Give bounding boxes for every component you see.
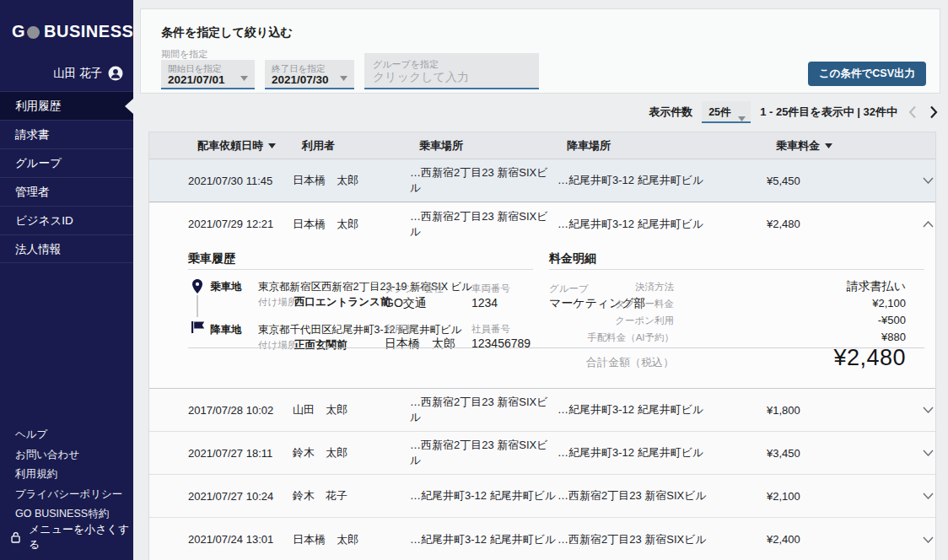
- cell-fare: ¥2,400: [767, 533, 923, 546]
- dropoff-spot-label: 付け場所: [258, 339, 297, 352]
- open-lock-icon: [10, 531, 22, 544]
- cell-pickup: …西新宿2丁目23 新宿SIXビル: [410, 438, 557, 468]
- row-expand-chevron[interactable]: [923, 177, 947, 184]
- cell-dropoff: …紀尾井町3-12 紀尾井町ビル: [557, 445, 767, 460]
- ride-history-table: 配車依頼日時 利用者 乗車場所 降車場所 乗車料金 2021/07/30 11:…: [148, 132, 936, 560]
- taxi-company-label: タクシー会社: [385, 283, 444, 295]
- prev-page-button[interactable]: [907, 104, 918, 121]
- user-account[interactable]: 山田 花子: [53, 66, 123, 81]
- taxi-fare-value: ¥2,100: [813, 297, 906, 310]
- collapse-menu-button[interactable]: メニューを小さくする: [10, 522, 133, 552]
- sidebar-footer-links: ヘルプ お問い合わせ 利用規約 プライバシーポリシー GO BUSINESS特約: [15, 425, 122, 525]
- row-expand-chevron[interactable]: [923, 493, 947, 499]
- row-expand-chevron[interactable]: [923, 450, 947, 456]
- sort-desc-icon: [825, 143, 832, 148]
- row-collapse-chevron[interactable]: [923, 221, 947, 228]
- user-name: 山田 花子: [53, 66, 102, 81]
- header-label: 乗車料金: [776, 138, 820, 153]
- sidebar-item-houjin-jouhou[interactable]: 法人情報: [0, 234, 133, 263]
- cell-pickup: …紀尾井町3-12 紀尾井町ビル: [410, 488, 557, 503]
- vehicle-number-label: 車両番号: [471, 283, 510, 295]
- ride-detail-panel: 乗車履歴 乗車地 東京都新宿区西新宿2丁目23-19 新宿SIX ビル 付け場所…: [149, 245, 935, 389]
- logo-g: G: [12, 22, 25, 41]
- end-date-value: 2021/07/30: [272, 73, 329, 86]
- csv-export-button[interactable]: この条件でCSV出力: [808, 62, 926, 86]
- header-label: 乗車場所: [419, 138, 463, 153]
- link-privacy-policy[interactable]: プライバシーポリシー: [15, 485, 122, 505]
- table-row[interactable]: 2021/07/30 11:45 日本橋 太郎 …西新宿2丁目23 新宿SIXビ…: [149, 159, 935, 202]
- rider-value: 日本橋 太郎: [385, 337, 455, 352]
- end-date-select[interactable]: 終了日を指定 2021/07/30: [265, 60, 354, 89]
- table-row[interactable]: 2021/07/27 18:11 鈴木 太郎 …西新宿2丁目23 新宿SIXビル…: [149, 432, 935, 475]
- header-fare[interactable]: 乗車料金: [767, 138, 923, 153]
- chevron-down-icon: [923, 536, 934, 543]
- go-business-logo: GBUSINESS: [12, 22, 133, 41]
- cell-datetime: 2021/07/27 18:11: [188, 447, 293, 460]
- chevron-down-icon: [923, 407, 934, 413]
- sort-desc-icon: [268, 143, 276, 148]
- table-row-expanded[interactable]: 2021/07/29 12:21 日本橋 太郎 …西新宿2丁目23 新宿SIXビ…: [149, 202, 935, 245]
- chevron-down-icon: [923, 450, 934, 456]
- link-help[interactable]: ヘルプ: [15, 425, 122, 445]
- sidebar-item-group[interactable]: グループ: [0, 148, 133, 177]
- sidebar-item-business-id[interactable]: ビジネスID: [0, 206, 133, 234]
- sidebar-menu: 利用履歴 請求書 グループ 管理者 ビジネスID 法人情報: [0, 91, 133, 263]
- map-pin-icon: [191, 279, 203, 293]
- sidebar-item-label: 利用履歴: [15, 100, 61, 112]
- cell-dropoff: …紀尾井町3-12 紀尾井町ビル: [557, 217, 767, 232]
- total-value: ¥2,480: [833, 345, 906, 371]
- total-label: 合計金額（税込）: [586, 355, 674, 370]
- rider-label: 利用者: [385, 323, 414, 336]
- row-expand-chevron[interactable]: [923, 536, 947, 543]
- sidebar-item-label: グループ: [15, 157, 62, 170]
- sidebar-item-riyourireki[interactable]: 利用履歴: [0, 91, 133, 120]
- table-row[interactable]: 2021/07/24 13:01 日本橋 太郎 …紀尾井町3-12 紀尾井町ビル…: [149, 518, 935, 560]
- start-date-select[interactable]: 開始日を指定 2021/07/01: [161, 60, 255, 89]
- next-page-button[interactable]: [928, 104, 940, 121]
- chevron-down-icon: [923, 493, 934, 499]
- app: { "theme": { "sidebar_navy": "#191b4e", …: [0, 0, 948, 560]
- chevron-down-icon: [340, 69, 347, 84]
- dropoff-stop-label: 降車地: [210, 323, 242, 337]
- chevron-down-icon: [240, 69, 248, 84]
- cell-user: 日本橋 太郎: [293, 217, 410, 232]
- group-filter-field[interactable]: グループを指定: [364, 53, 539, 89]
- cell-fare: ¥3,450: [767, 447, 923, 460]
- pickup-spot-value: 西口エントランス前: [294, 295, 391, 310]
- taxi-company-value: GO交通: [385, 296, 427, 311]
- table-row[interactable]: 2021/07/27 10:24 鈴木 花子 …紀尾井町3-12 紀尾井町ビル …: [149, 475, 935, 518]
- link-contact[interactable]: お問い合わせ: [15, 445, 122, 466]
- cell-fare: ¥2,100: [767, 490, 923, 503]
- row-expand-chevron[interactable]: [923, 407, 947, 413]
- cell-fare: ¥5,450: [767, 175, 923, 187]
- table-row[interactable]: 2017/07/28 10:02 山田 太郎 …西新宿2丁目23 新宿SIXビル…: [149, 389, 935, 432]
- cell-dropoff: …紀尾井町3-12 紀尾井町ビル: [557, 402, 767, 417]
- cell-datetime: 2021/07/27 10:24: [188, 490, 293, 503]
- sidebar-item-label: 請求書: [15, 128, 50, 141]
- group-field-label: グループを指定: [373, 58, 439, 71]
- page-size-label: 表示件数: [649, 105, 692, 120]
- group-input[interactable]: [373, 70, 529, 83]
- start-date-value: 2021/07/01: [168, 73, 225, 86]
- dropoff-address: 東京都千代田区紀尾井町3-12 紀尾井町ビル: [258, 323, 462, 337]
- logo-o-icon: [27, 26, 40, 39]
- ride-history-title: 乗車履歴: [188, 251, 235, 267]
- filter-title: 条件を指定して絞り込む: [161, 25, 293, 40]
- page-size-select[interactable]: 25件: [702, 101, 751, 123]
- sidebar-item-kanrisha[interactable]: 管理者: [0, 177, 133, 206]
- cell-dropoff: …紀尾井町3-12 紀尾井町ビル: [557, 173, 767, 188]
- cell-fare: ¥2,480: [767, 218, 923, 230]
- cell-dropoff: …西新宿2丁目23 新宿SIXビル: [557, 532, 767, 547]
- payment-method-value: 請求書払い: [813, 279, 906, 294]
- link-go-business-tokuyaku[interactable]: GO BUSINESS特約: [15, 504, 122, 525]
- cell-user: 日本橋 太郎: [293, 532, 410, 547]
- booking-fee-value: ¥880: [813, 331, 906, 343]
- collapse-menu-label: メニューを小さくする: [29, 522, 133, 552]
- header-datetime[interactable]: 配車依頼日時: [188, 138, 293, 153]
- cell-user: 鈴木 太郎: [293, 445, 410, 460]
- sidebar-item-seikyusho[interactable]: 請求書: [0, 120, 133, 148]
- link-terms[interactable]: 利用規約: [15, 465, 122, 485]
- cell-datetime: 2021/07/24 13:01: [188, 533, 293, 546]
- filter-panel: 条件を指定して絞り込む 期間を指定 開始日を指定 2021/07/01 終了日を…: [140, 8, 940, 94]
- sidebar: GBUSINESS 山田 花子 利用履歴 請求書 グループ 管理者 ビジネスID…: [0, 0, 133, 560]
